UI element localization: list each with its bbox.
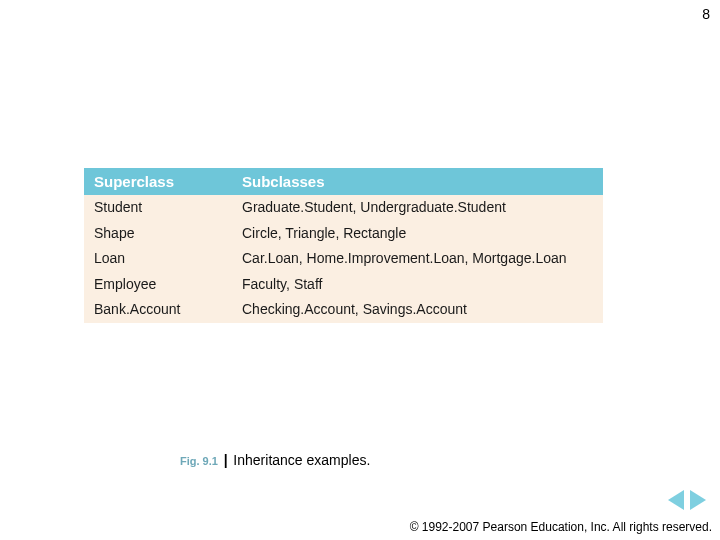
figure-label: Fig. 9.1 [180, 455, 218, 467]
caption-separator: | [222, 452, 230, 468]
col-header-subclasses: Subclasses [232, 168, 603, 195]
figure-caption: Fig. 9.1 | Inheritance examples. [180, 452, 370, 468]
table-row: StudentGraduate.Student, Undergraduate.S… [84, 195, 603, 221]
cell-subclasses: Checking.Account, Savings.Account [232, 297, 603, 323]
prev-slide-icon[interactable] [668, 490, 684, 510]
cell-superclass: Employee [84, 272, 232, 298]
col-header-superclass: Superclass [84, 168, 232, 195]
table-header-row: Superclass Subclasses [84, 168, 603, 195]
subclass-item: Mortgage.Loan [472, 250, 566, 266]
cell-subclasses: Graduate.Student, Undergraduate.Student [232, 195, 603, 221]
table-row: EmployeeFaculty, Staff [84, 272, 603, 298]
next-slide-icon[interactable] [690, 490, 706, 510]
cell-superclass: Shape [84, 221, 232, 247]
copyright-text: © 1992-2007 Pearson Education, Inc. All … [410, 520, 712, 534]
subclass-item: Savings.Account [363, 301, 467, 317]
cell-superclass: Student [84, 195, 232, 221]
subclass-item: Graduate.Student [242, 199, 353, 215]
subclass-item: Staff [294, 276, 323, 292]
subclass-item: Faculty [242, 276, 286, 292]
cell-subclasses: Car.Loan, Home.Improvement.Loan, Mortgag… [232, 246, 603, 272]
page-number: 8 [702, 6, 710, 22]
cell-superclass: Bank.Account [84, 297, 232, 323]
subclass-item: Undergraduate.Student [360, 199, 506, 215]
nav-arrows [668, 490, 706, 510]
table-row: LoanCar.Loan, Home.Improvement.Loan, Mor… [84, 246, 603, 272]
subclass-item: Checking.Account [242, 301, 355, 317]
table-row: ShapeCircle, Triangle, Rectangle [84, 221, 603, 247]
cell-superclass: Loan [84, 246, 232, 272]
figure-title: Inheritance examples. [233, 452, 370, 468]
subclass-item: Home.Improvement.Loan [307, 250, 465, 266]
table-row: Bank.AccountChecking.Account, Savings.Ac… [84, 297, 603, 323]
inheritance-table: Superclass Subclasses StudentGraduate.St… [84, 168, 603, 323]
cell-subclasses: Faculty, Staff [232, 272, 603, 298]
subclass-item: Rectangle [343, 225, 406, 241]
subclass-item: Circle [242, 225, 278, 241]
subclass-item: Car.Loan [242, 250, 299, 266]
cell-subclasses: Circle, Triangle, Rectangle [232, 221, 603, 247]
subclass-item: Triangle [285, 225, 335, 241]
